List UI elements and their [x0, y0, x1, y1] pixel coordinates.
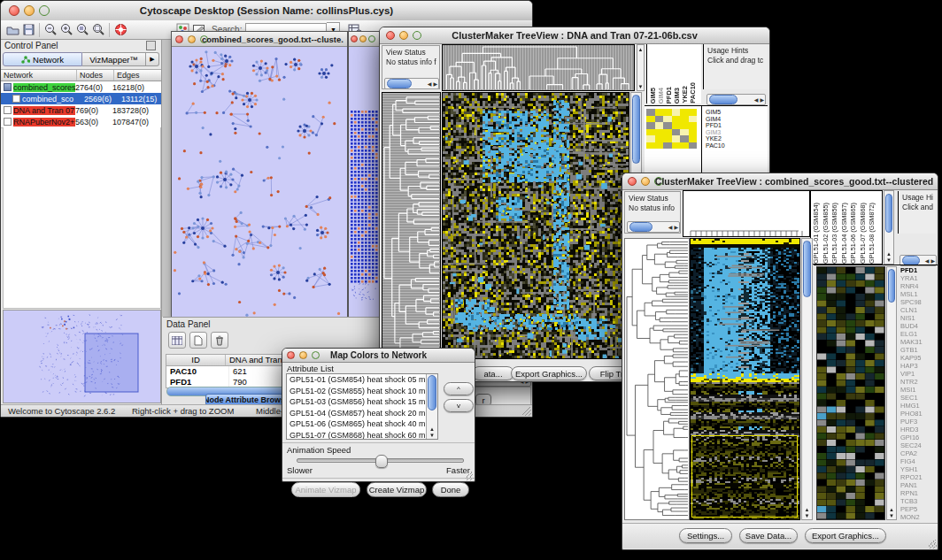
minimize-icon[interactable] — [24, 5, 35, 16]
gene-label[interactable]: MSI1 — [900, 386, 938, 394]
mini-heatmap-cell[interactable] — [655, 109, 664, 116]
scroll-left-icon[interactable]: ◀ — [427, 81, 433, 87]
tv2-gene-list[interactable]: PFD1YRA1RNR4MSL1SPC98CLN1NIS1BUD4ELG1MAK… — [899, 266, 938, 520]
mini-heatmap-cell[interactable] — [689, 135, 698, 142]
network-list-row[interactable]: RNAPuberNov2+ 563(0) 107847(0) — [1, 116, 161, 127]
tv1-usage-scrollbar[interactable]: ◀▶ — [706, 94, 766, 105]
scroll-right-icon[interactable]: ▶ — [432, 81, 438, 87]
tv2-status-scrollbar[interactable]: ◀▶ — [627, 221, 680, 233]
network-list-row[interactable]: combined_sco 2569(6) 13112(15) — [1, 93, 161, 104]
scroll-arrows[interactable]: ▲▼ — [887, 507, 896, 519]
scroll-arrows[interactable]: ▲ — [637, 47, 644, 53]
mini-heatmap-cell[interactable] — [663, 116, 672, 123]
gene-label[interactable]: NIS1 — [900, 314, 938, 322]
mini-heatmap-cell[interactable] — [663, 135, 672, 142]
scroll-thumb[interactable] — [888, 269, 895, 303]
network-list-row[interactable]: DNA and Tran 07 769(0) 183728(0) — [1, 104, 161, 116]
dialog-titlebar[interactable]: Map Colors to Network — [282, 349, 475, 363]
scroll-right-icon[interactable]: ▶ — [930, 258, 936, 264]
mini-heatmap-cell[interactable] — [663, 142, 672, 150]
animate-vizmap-button[interactable]: Animate Vizmap — [291, 482, 360, 497]
zoom-window-icon[interactable] — [368, 35, 375, 42]
mini-heatmap-cell[interactable] — [646, 109, 655, 116]
gene-label[interactable]: CLN1 — [900, 306, 938, 314]
scroll-thumb[interactable] — [629, 222, 652, 232]
mini-heatmap-cell[interactable] — [672, 109, 681, 116]
network-view-2-canvas[interactable] — [349, 47, 379, 317]
tab-network[interactable]: Network — [3, 52, 82, 66]
gene-label[interactable]: MON2 — [900, 513, 938, 520]
gene-label[interactable]: VIP1 — [900, 370, 938, 378]
scroll-left-icon[interactable]: ◀ — [753, 97, 760, 103]
tv2-save-data-button[interactable]: Save Data... — [739, 528, 798, 543]
help-icon[interactable] — [112, 22, 128, 37]
mini-heatmap-cell[interactable] — [663, 129, 672, 136]
mini-heatmap-cell[interactable] — [672, 129, 681, 136]
tv1-detail-heatmap[interactable] — [646, 109, 697, 149]
mini-heatmap-cell[interactable] — [680, 142, 689, 150]
attribute-item[interactable]: GPL51-01 (GSM854) heat shock 05 min — [287, 374, 425, 386]
zoom-out-icon[interactable] — [42, 22, 58, 37]
network-view-canvas[interactable] — [172, 47, 345, 317]
attribute-item[interactable]: GPL51-03 (GSM856) heat shock 15 min — [287, 396, 425, 408]
zoom-selected-icon[interactable] — [74, 22, 90, 37]
tv1-row-labels[interactable]: GIM5GIM4PFD1GIM3YKE2PAC10 — [704, 109, 768, 149]
tv2-collabel-scrollbar[interactable]: ▲▼ — [884, 190, 894, 265]
mini-heatmap-cell[interactable] — [680, 122, 689, 129]
mini-heatmap-cell[interactable] — [689, 129, 698, 136]
main-titlebar[interactable]: Cytoscape Desktop (Session Name: collins… — [1, 1, 532, 21]
close-icon[interactable] — [175, 35, 183, 43]
float-panel-icon[interactable] — [146, 41, 156, 50]
mini-heatmap-cell[interactable] — [680, 109, 689, 116]
tv1-status-scrollbar[interactable]: ◀▶ — [384, 78, 439, 89]
gene-label[interactable]: SPC98 — [900, 298, 938, 306]
mini-heatmap-cell[interactable] — [655, 116, 664, 123]
network-list-row[interactable]: combined_scores 2764(0) 16218(0) — [1, 81, 161, 93]
attribute-item[interactable]: GPL51-02 (GSM855) heat shock 10 min — [287, 386, 425, 397]
gene-label[interactable]: KAP95 — [900, 354, 938, 362]
gene-label[interactable]: HRD3 — [900, 426, 938, 433]
mini-heatmap-cell[interactable] — [663, 122, 672, 129]
close-icon[interactable] — [386, 31, 395, 40]
gene-label[interactable]: FIG4 — [900, 457, 938, 465]
scroll-arrows[interactable]: ▲▼ — [427, 426, 437, 439]
col-header-id[interactable]: ID — [166, 355, 226, 365]
gene-label[interactable]: RNR4 — [900, 282, 938, 290]
save-session-icon[interactable] — [20, 22, 36, 37]
move-up-button[interactable]: ^ — [444, 382, 474, 395]
tab-vizmapper[interactable]: VizMapper™ — [82, 52, 146, 66]
scroll-arrows[interactable]: ▲▼ — [884, 251, 893, 264]
tv2-column-labels[interactable]: GPL51-01 (GSM854)GPL51-02 (GSM855)GPL51-… — [810, 190, 883, 265]
scroll-arrows[interactable]: ▼ — [637, 84, 644, 90]
gene-label[interactable]: HAP3 — [900, 362, 938, 370]
mini-heatmap-cell[interactable] — [672, 135, 681, 142]
animation-speed-slider[interactable] — [297, 458, 464, 463]
mini-heatmap-cell[interactable] — [663, 109, 672, 116]
tv1-coltree-scrollbar[interactable]: ▲ ▼ — [637, 44, 645, 91]
treeview2-titlebar[interactable]: ClusterMaker TreeView : combined_scores_… — [622, 173, 938, 190]
gene-label[interactable]: SEC1 — [900, 394, 938, 402]
attribute-item[interactable]: GPL51-06 (GSM865) heat shock 40 min — [287, 418, 425, 430]
scroll-thumb[interactable] — [885, 194, 892, 233]
tv1-row-tree[interactable] — [382, 92, 441, 359]
new-attribute-icon[interactable] — [189, 332, 207, 349]
network-overview-panel[interactable] — [3, 310, 161, 403]
mini-heatmap-cell[interactable] — [646, 116, 655, 123]
done-button[interactable]: Done — [432, 482, 469, 497]
scroll-thumb[interactable] — [632, 95, 640, 164]
mini-heatmap-cell[interactable] — [680, 129, 689, 136]
scroll-left-icon[interactable]: ◀ — [668, 225, 674, 230]
minimize-icon[interactable] — [188, 35, 196, 43]
mini-heatmap-cell[interactable] — [689, 122, 698, 129]
create-vizmap-button[interactable]: Create Vizmap — [367, 482, 427, 497]
tv1-column-tree[interactable] — [442, 44, 635, 91]
gene-label[interactable]: TCB3 — [900, 497, 938, 505]
close-icon[interactable] — [351, 35, 358, 42]
mini-heatmap-cell[interactable] — [689, 116, 698, 123]
gene-label[interactable]: PEP5 — [900, 505, 938, 513]
mini-heatmap-cell[interactable] — [689, 142, 698, 150]
row-label[interactable]: PFD1 — [706, 122, 768, 129]
mini-heatmap-cell[interactable] — [680, 116, 689, 123]
network-view-titlebar[interactable]: combined_scores_good.txt--cluste... — [172, 32, 347, 47]
delete-attribute-icon[interactable] — [211, 332, 228, 349]
